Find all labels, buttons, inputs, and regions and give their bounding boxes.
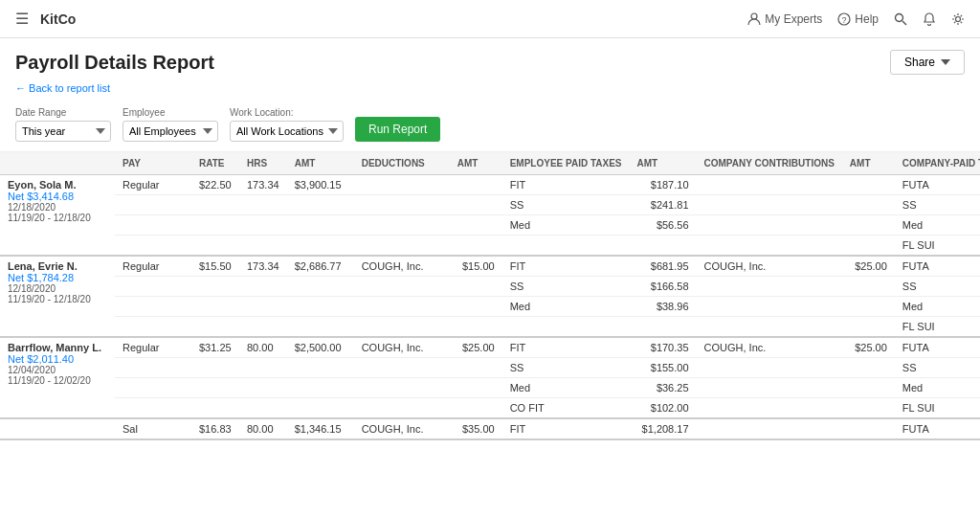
pay-cell: [115, 277, 191, 297]
rate-cell: $22.50: [191, 175, 239, 195]
co-amt-cell: $25.00: [842, 337, 895, 358]
emp-tax-cell: SS: [502, 358, 630, 378]
co-contrib-cell: [697, 277, 842, 297]
table-row: Med$56.56Med$56.55: [0, 215, 980, 236]
pay-cell: [115, 378, 191, 398]
col-pay: PAY: [115, 152, 191, 175]
ded-amt-cell: [450, 215, 502, 236]
settings-icon[interactable]: [951, 12, 965, 26]
table-row: CO FIT$102.00FL SUI$0.00: [0, 398, 980, 419]
pay-cell: Regular: [115, 256, 191, 277]
run-report-button[interactable]: Run Report: [355, 117, 440, 142]
emp-amt-cell: $681.95: [630, 256, 697, 277]
co-amt-cell: [842, 297, 895, 317]
rate-cell: [191, 378, 239, 398]
employee-info-cell: Eyon, Sola M. Net $3,414.68 12/18/2020 1…: [0, 175, 115, 257]
ded-cell: [354, 215, 450, 236]
hrs-cell: [239, 277, 287, 297]
hrs-cell: [239, 378, 287, 398]
co-amt-cell: [842, 195, 895, 215]
table-header-row: PAY RATE HRS AMT DEDUCTIONS AMT EMPLOYEE…: [0, 152, 980, 175]
co-contrib-cell: [697, 195, 842, 215]
amt-cell: $2,500.00: [287, 337, 354, 358]
pay-cell: Sal: [115, 418, 191, 439]
svg-line-4: [902, 21, 906, 25]
table-row: Barrflow, Manny L. Net $2,011.40 12/04/2…: [0, 337, 980, 358]
amt-cell: [287, 215, 354, 236]
col-amt1: AMT: [287, 152, 354, 175]
amt-cell: $3,900.15: [287, 175, 354, 195]
col-amt2: AMT: [450, 152, 502, 175]
co-tax-cell: FL SUI: [895, 317, 980, 338]
pay-cell: [115, 236, 191, 257]
hrs-cell: [239, 297, 287, 317]
co-amt-cell: [842, 215, 895, 236]
co-amt-cell: $25.00: [842, 256, 895, 277]
rate-cell: [191, 215, 239, 236]
back-link[interactable]: ← Back to report list: [0, 82, 980, 101]
pay-cell: Regular: [115, 175, 191, 195]
ded-amt-cell: [450, 398, 502, 419]
ded-cell: [354, 398, 450, 419]
pay-cell: [115, 195, 191, 215]
nav-left: ☰ KitCo: [15, 10, 76, 28]
co-contrib-cell: [697, 297, 842, 317]
date-range-select[interactable]: This year: [15, 121, 111, 142]
amt-cell: [287, 297, 354, 317]
employee-range: 11/19/20 - 12/02/20: [8, 375, 107, 386]
amt-cell: $1,346.15: [287, 418, 354, 439]
hrs-cell: 173.34: [239, 175, 287, 195]
emp-amt-cell: $241.81: [630, 195, 697, 215]
emp-amt-cell: [630, 317, 697, 338]
rate-cell: $31.25: [191, 337, 239, 358]
co-tax-cell: Med: [895, 297, 980, 317]
co-contrib-cell: [697, 398, 842, 419]
employee-name: Barrflow, Manny L.: [8, 342, 107, 353]
hrs-cell: [239, 215, 287, 236]
ded-amt-cell: [450, 195, 502, 215]
col-emp-taxes: EMPLOYEE PAID TAXES: [502, 152, 630, 175]
co-tax-cell: FL SUI: [895, 236, 980, 257]
ded-cell: COUGH, Inc.: [354, 418, 450, 439]
amt-cell: [287, 398, 354, 419]
table-row: Sal$16.8380.00$1,346.15COUGH, Inc.$35.00…: [0, 418, 980, 439]
help-link[interactable]: ? Help: [837, 12, 879, 26]
ded-cell: COUGH, Inc.: [354, 337, 450, 358]
hrs-cell: 80.00: [239, 337, 287, 358]
notification-icon[interactable]: [923, 12, 936, 26]
ded-amt-cell: $25.00: [450, 337, 502, 358]
work-location-select[interactable]: All Work Locations: [230, 121, 344, 142]
hrs-cell: [239, 398, 287, 419]
amt-cell: [287, 378, 354, 398]
co-amt-cell: [842, 277, 895, 297]
table-row: FL SUI$0.00: [0, 236, 980, 257]
ded-cell: [354, 195, 450, 215]
employee-info-cell: Lena, Evrie N. Net $1,784.28 12/18/2020 …: [0, 256, 115, 337]
col-deductions: DEDUCTIONS: [354, 152, 450, 175]
table-row: Eyon, Sola M. Net $3,414.68 12/18/2020 1…: [0, 175, 980, 195]
table-row: Med$36.25Med$36.25: [0, 378, 980, 398]
co-contrib-cell: [697, 236, 842, 257]
rate-cell: [191, 398, 239, 419]
rate-cell: [191, 358, 239, 378]
table-row: SS$166.58SS$166.58: [0, 277, 980, 297]
my-experts-link[interactable]: My Experts: [747, 12, 822, 26]
employee-select[interactable]: All Employees: [122, 121, 218, 142]
hamburger-icon[interactable]: ☰: [15, 10, 29, 28]
emp-amt-cell: [630, 236, 697, 257]
search-icon[interactable]: [894, 12, 907, 26]
co-amt-cell: [842, 358, 895, 378]
emp-amt-cell: $187.10: [630, 175, 697, 195]
employee-name: Lena, Evrie N.: [8, 260, 107, 272]
my-experts-icon: [747, 12, 761, 26]
co-tax-cell: SS: [895, 358, 980, 378]
emp-tax-cell: SS: [502, 277, 630, 297]
table-row: SS$155.00SS$155.00: [0, 358, 980, 378]
emp-amt-cell: $166.58: [630, 277, 697, 297]
ded-amt-cell: $15.00: [450, 256, 502, 277]
share-button[interactable]: Share: [890, 50, 965, 75]
table-row: FL SUI$145.09: [0, 317, 980, 338]
co-amt-cell: [842, 418, 895, 439]
emp-amt-cell: $155.00: [630, 358, 697, 378]
col-hrs: HRS: [239, 152, 287, 175]
